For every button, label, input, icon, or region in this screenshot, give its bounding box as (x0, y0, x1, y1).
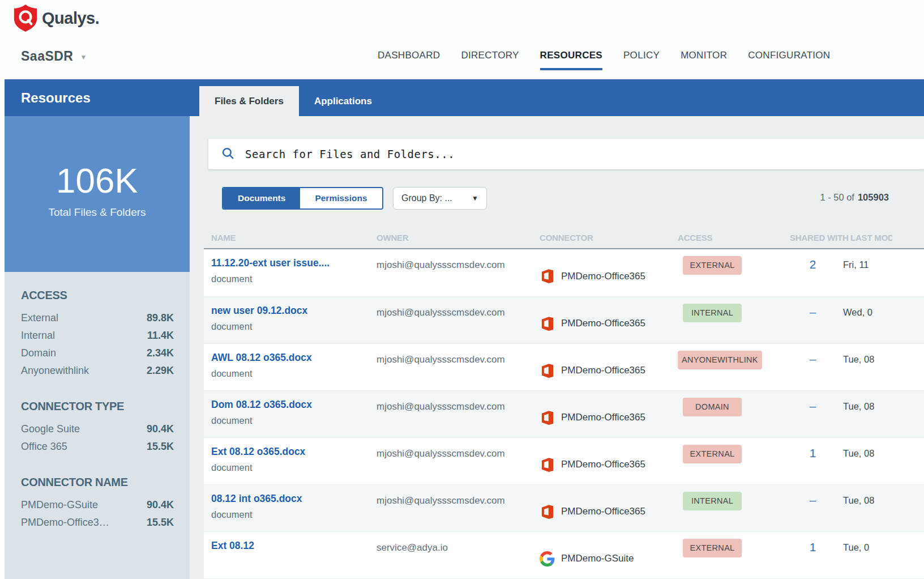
blue-band: Resources Files & FoldersApplications (5, 79, 924, 116)
table-row[interactable]: 11.12.20-ext user issue....documentmjosh… (204, 249, 924, 296)
filter-item-count: 89.8K (147, 309, 174, 327)
group-by-label: Group By: ... (401, 193, 452, 203)
owner-cell: service@adya.io (369, 532, 532, 578)
nav-directory[interactable]: DIRECTORY (461, 50, 519, 70)
filter-heading: ACCESS (21, 289, 174, 302)
table-row[interactable]: Dom 08.12 o365.docxdocumentmjoshi@qualys… (204, 390, 924, 437)
owner-cell: mjoshi@qualyssscmsdev.com (369, 297, 532, 343)
table-row[interactable]: Ext 08.12 o365.docxdocumentmjoshi@qualys… (204, 437, 924, 484)
column-header-owner[interactable]: OWNER (369, 233, 532, 242)
qualys-logo-icon (13, 5, 38, 34)
filter-item-label: Internal (21, 327, 55, 344)
shared-with-count[interactable]: – (782, 344, 843, 390)
file-type-label: document (211, 321, 366, 332)
filter-section-access: ACCESSExternal89.8KInternal11.4KDomain2.… (21, 289, 174, 380)
toolbar: DocumentsPermissions Group By: ... ▼ 1 -… (222, 187, 889, 211)
connector-cell: PMDemo-Office365 (532, 344, 670, 390)
group-by-dropdown[interactable]: Group By: ... ▼ (393, 187, 487, 210)
filter-item-count: 90.4K (147, 420, 174, 438)
filter-item[interactable]: Internal11.4K (21, 327, 174, 344)
file-name-link[interactable]: Ext 08.12 (211, 540, 366, 552)
brand-name: Qualys. (42, 9, 99, 28)
page-title: Resources (21, 90, 91, 106)
file-name-link[interactable]: 11.12.20-ext user issue.... (211, 257, 366, 269)
connector-name: PMDemo-Office365 (561, 506, 645, 517)
nav-dashboard[interactable]: DASHBOARD (378, 50, 440, 70)
tab-files-folders[interactable]: Files & Folders (199, 86, 299, 116)
connector-cell: PMDemo-Office365 (532, 485, 670, 531)
shared-with-count[interactable]: – (782, 391, 843, 437)
sidebar: 106K Total Files & Folders ACCESSExterna… (5, 116, 190, 579)
access-badge: INTERNAL (683, 304, 742, 322)
table-row[interactable]: Ext 08.12service@adya.ioPMDemo-GSuiteEXT… (204, 531, 924, 578)
filter-item-label: Google Suite (21, 420, 80, 438)
shared-with-count[interactable]: 2 (782, 249, 843, 296)
top-header: Qualys. SaaSDR▼ DASHBOARDDIRECTORYRESOUR… (0, 0, 924, 79)
total-count-label: Total Files & Folders (5, 206, 190, 219)
last-modified-cell: Tue, 08 (843, 391, 924, 437)
office365-icon (540, 504, 555, 520)
tab-bar: Files & FoldersApplications (199, 86, 387, 116)
filter-item-count: 15.5K (147, 514, 174, 531)
file-name-link[interactable]: AWL 08.12 o365.docx (211, 352, 366, 364)
nav-resources[interactable]: RESOURCES (540, 50, 602, 70)
file-name-link[interactable]: 08.12 int o365.docx (211, 493, 366, 505)
nav-monitor[interactable]: MONITOR (681, 50, 727, 70)
view-toggle: DocumentsPermissions (222, 187, 383, 210)
column-header-connector[interactable]: CONNECTOR (532, 233, 670, 242)
access-badge: EXTERNAL (683, 539, 742, 557)
office365-icon (540, 316, 555, 331)
connector-cell: PMDemo-Office365 (532, 297, 670, 343)
connector-name: PMDemo-Office365 (561, 459, 645, 470)
file-name-link[interactable]: Ext 08.12 o365.docx (211, 446, 366, 458)
owner-cell: mjoshi@qualyssscmsdev.com (369, 438, 532, 484)
filter-item[interactable]: Office 36515.5K (21, 438, 174, 455)
file-type-label: document (211, 368, 366, 379)
shared-with-count[interactable]: – (782, 485, 843, 531)
filter-item-label: External (21, 309, 58, 327)
office365-icon (540, 410, 555, 425)
table-header-row: NAMEOWNERCONNECTORACCESSSHARED WITHLAST … (204, 227, 924, 249)
shared-with-count[interactable]: – (782, 297, 843, 343)
filter-item[interactable]: External89.8K (21, 309, 174, 327)
connector-cell: PMDemo-Office365 (532, 249, 670, 296)
pagination[interactable]: 1 - 50 of105903 (820, 192, 889, 203)
table-row[interactable]: AWL 08.12 o365.docxdocumentmjoshi@qualys… (204, 343, 924, 390)
caret-down-icon: ▼ (80, 53, 87, 61)
nav-policy[interactable]: POLICY (623, 50, 660, 70)
search-icon (221, 146, 235, 163)
search-input[interactable]: Search for Files and Folders... (208, 139, 924, 169)
gsuite-icon (540, 551, 555, 567)
file-name-link[interactable]: new user 09.12.docx (211, 305, 366, 317)
last-modified-cell: Wed, 0 (843, 297, 924, 343)
owner-cell: mjoshi@qualyssscmsdev.com (369, 485, 532, 531)
column-header-last-modified[interactable]: LAST MODIFIED (843, 233, 924, 242)
filter-item[interactable]: PMDemo-GSuite90.4K (21, 496, 174, 514)
column-header-access[interactable]: ACCESS (670, 233, 782, 242)
file-name-link[interactable]: Dom 08.12 o365.docx (211, 399, 366, 411)
shared-with-count[interactable]: 1 (782, 532, 843, 578)
connector-name: PMDemo-Office365 (561, 365, 645, 376)
caret-down-icon: ▼ (472, 194, 478, 202)
filter-item[interactable]: Domain2.34K (21, 344, 174, 362)
filter-item-count: 15.5K (147, 438, 174, 455)
permissions-toggle-button[interactable]: Permissions (300, 188, 382, 208)
documents-toggle-button[interactable]: Documents (223, 188, 300, 208)
shared-with-count[interactable]: 1 (782, 438, 843, 484)
nav-configuration[interactable]: CONFIGURATION (748, 50, 830, 70)
connector-name: PMDemo-GSuite (561, 553, 634, 564)
table-row[interactable]: 08.12 int o365.docxdocumentmjoshi@qualys… (204, 484, 924, 531)
filter-item[interactable]: Google Suite90.4K (21, 420, 174, 438)
column-header-shared-with[interactable]: SHARED WITH (782, 233, 843, 242)
filter-item[interactable]: PMDemo-Office3…15.5K (21, 514, 174, 531)
filter-section-connector-type: CONNECTOR TYPEGoogle Suite90.4KOffice 36… (21, 400, 174, 455)
column-header-name[interactable]: NAME (204, 233, 369, 242)
tab-applications[interactable]: Applications (299, 86, 387, 116)
product-switcher[interactable]: SaaSDR▼ (21, 49, 87, 64)
product-name: SaaSDR (21, 49, 73, 63)
table-row[interactable]: new user 09.12.docxdocumentmjoshi@qualys… (204, 296, 924, 343)
filter-panel: ACCESSExternal89.8KInternal11.4KDomain2.… (5, 272, 190, 531)
filter-item[interactable]: Anyonewithlink2.29K (21, 362, 174, 380)
last-modified-cell: Tue, 08 (843, 438, 924, 484)
owner-cell: mjoshi@qualyssscmsdev.com (369, 344, 532, 390)
